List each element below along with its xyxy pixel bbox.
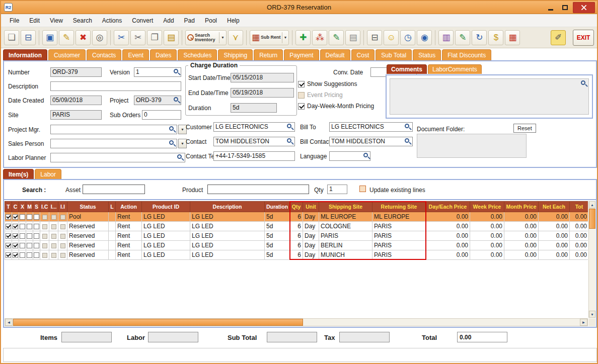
col-header-day-each-price[interactable]: Day/Each Price [426,202,470,212]
tab-return[interactable]: Return [254,49,283,60]
tab-sub-total[interactable]: Sub Total [376,49,412,60]
write-note-button[interactable]: ✎ [455,30,470,45]
sub-rent-button[interactable]: ▦Sub Rent▼ [250,30,289,45]
site-field[interactable]: PARIS [50,110,102,120]
tab-shipping[interactable]: Shipping [218,49,253,60]
row-checkbox[interactable] [20,214,25,220]
scroll-up-button[interactable]: ▲ [589,201,595,208]
row-checkbox[interactable] [13,214,18,220]
row-checkbox[interactable] [13,243,18,248]
project-lookup-icon[interactable] [174,97,178,102]
col-header-c[interactable]: C [12,202,19,212]
table-row[interactable]: ReservedRentLG LEDLG LED5d6DayBERLINPARI… [5,241,588,250]
row-checkbox[interactable] [27,252,32,258]
col-header-i-c[interactable]: I.C [40,202,49,212]
checkbox-row-day-week-month-pricing[interactable]: Day-Week-Month Pricing [298,103,374,110]
col-header-s[interactable]: S [33,202,40,212]
row-checkbox-cell[interactable] [19,241,26,250]
dropdown-arrow-icon[interactable]: ▼ [219,32,225,43]
tab-schedules[interactable]: Schedules [178,49,217,60]
stamps-button[interactable]: ▤ [345,30,360,45]
row-checkbox[interactable] [20,252,25,258]
delete-button[interactable]: ✖ [76,30,91,45]
col-header-qty[interactable]: Qty [290,202,303,212]
sales-person-field[interactable] [50,139,177,148]
row-checkbox-cell[interactable] [5,250,12,260]
items-total-field[interactable] [61,332,112,342]
paste-button[interactable]: ▤ [164,30,179,45]
row-checkbox[interactable] [13,233,18,239]
row-checkbox[interactable] [27,243,32,248]
row-checkbox-cell[interactable] [33,212,40,222]
menu-view[interactable]: View [45,16,67,26]
tab-comments[interactable]: Comments [387,64,427,74]
row-checkbox-cell[interactable] [33,241,40,250]
tab-status[interactable]: Status [413,49,441,60]
col-header-week-price[interactable]: Week Price [470,202,504,212]
tab-information[interactable]: Information [3,49,47,60]
horizontal-scrollbar[interactable]: ◄ ► [5,318,588,326]
table-row[interactable]: ReservedRentLG LEDLG LED5d6DayCOLOGNEPAR… [5,222,588,231]
menu-pool[interactable]: Pool [200,16,221,26]
comments-textarea[interactable] [390,78,589,115]
tab-cost[interactable]: Cost [351,49,375,60]
col-header-m[interactable]: M [26,202,33,212]
checkbox-row-show-suggestions[interactable]: Show Suggestions [298,80,357,87]
row-checkbox-cell[interactable] [12,222,19,231]
tab-event[interactable]: Event [122,49,149,60]
print-labels-button[interactable]: ⊟ [367,30,382,45]
cut-button[interactable]: ✂ [130,30,145,45]
qty-input[interactable]: 1 [327,185,347,194]
tab-flat-discounts[interactable]: Flat Discounts [442,49,491,60]
print-button[interactable]: ⊟ [21,30,36,45]
row-checkbox[interactable] [20,224,25,229]
bill-to-field[interactable]: LG ELECTRONICS [329,122,413,132]
row-checkbox-cell[interactable] [19,250,26,260]
new-button[interactable]: ❏ [4,30,19,45]
row-checkbox[interactable] [6,243,11,248]
day-week-month-pricing-checkbox[interactable] [298,103,305,110]
table-row[interactable]: PoolRentLG LEDLG LED5d6DayML EUROPEML EU… [5,212,588,222]
col-header-unit[interactable]: Unit [303,202,319,212]
tab-payment[interactable]: Payment [284,49,319,60]
menu-edit[interactable]: Edit [25,16,44,26]
update-existing-lines-checkbox[interactable] [359,186,366,192]
menu-help[interactable]: Help [222,16,244,26]
row-checkbox-cell[interactable] [26,250,33,260]
tab-contacts[interactable]: Contacts [87,49,121,60]
tab-default[interactable]: Default [320,49,350,60]
dropdown-arrow-icon[interactable]: ▼ [282,32,287,43]
menu-actions[interactable]: Actions [98,16,126,26]
show-suggestions-checkbox[interactable] [298,81,305,87]
col-header-product-id[interactable]: Product ID [142,202,190,212]
total-field[interactable]: 0.00 [457,332,507,342]
edit-button[interactable]: ✎ [59,30,74,45]
contact-field[interactable]: TOM HIDDLESTON [213,137,295,146]
col-header-i-i[interactable]: I.I [58,202,67,212]
row-checkbox[interactable] [20,243,25,248]
vertical-scrollbar[interactable]: ▲ ▼ [588,201,595,318]
tax-field[interactable] [339,332,390,342]
note-edit-button[interactable]: ✎ [329,30,344,45]
table-row[interactable]: ReservedRentLG LEDLG LED5d6DayPARISPARIS… [5,231,588,241]
wand-button[interactable]: ✐ [551,30,566,45]
find-button[interactable]: ◎ [92,30,107,45]
labor-planner-field[interactable] [50,153,185,162]
document-folder-box[interactable] [417,134,527,158]
col-header-shipping-site[interactable]: Shipping Site [319,202,372,212]
row-checkbox[interactable] [34,252,39,258]
minimize-button[interactable] [545,3,557,13]
menu-convert[interactable]: Convert [127,16,158,26]
disk-button[interactable]: ◉ [417,30,432,45]
row-checkbox-cell[interactable] [12,231,19,241]
row-checkbox-cell[interactable] [26,222,33,231]
col-header-tot[interactable]: Tot [570,202,588,212]
tab-laborcomments[interactable]: LaborComments [428,64,482,74]
table-row[interactable]: ReservedRentLG LEDLG LED5d6DayMUNICHPARI… [5,250,588,260]
language-lookup-icon[interactable] [363,153,368,157]
row-checkbox[interactable] [6,252,11,258]
tab-item-s[interactable]: Item(s) [3,169,34,179]
sub-orders-field[interactable]: 0 [142,110,181,120]
row-checkbox-cell[interactable] [5,231,12,241]
labor-planner-lookup-icon[interactable] [177,154,182,159]
